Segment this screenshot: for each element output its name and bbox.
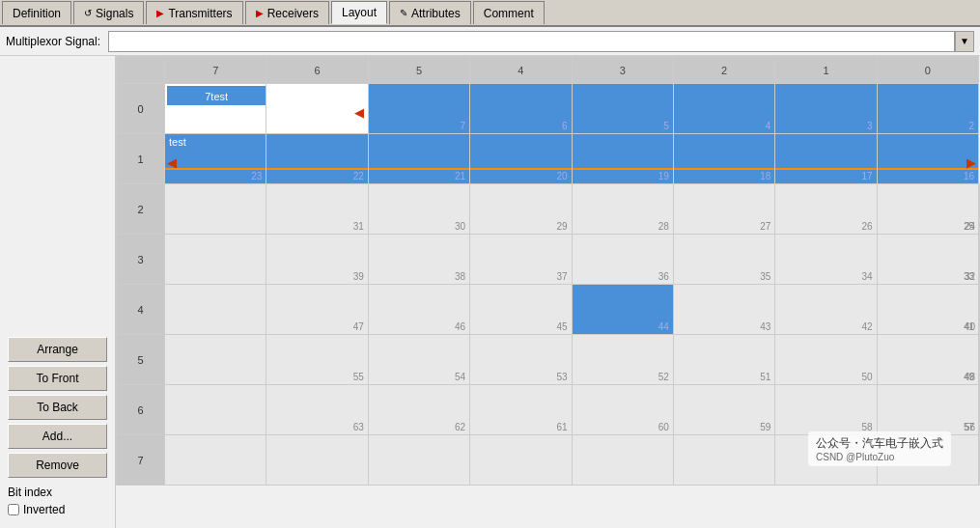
orange-line bbox=[573, 168, 673, 170]
bit-cell[interactable]: ◀ bbox=[266, 84, 368, 134]
bit-cell[interactable] bbox=[572, 435, 673, 486]
tab-attributes[interactable]: ✎ Attributes bbox=[389, 1, 471, 24]
bit-cell[interactable]: 50 bbox=[775, 335, 877, 385]
bit-cell[interactable] bbox=[368, 435, 469, 486]
orange-line bbox=[878, 168, 978, 170]
inverted-checkbox[interactable] bbox=[8, 504, 19, 515]
bit-cell[interactable]: 5 bbox=[572, 84, 673, 134]
remove-button[interactable]: Remove bbox=[8, 453, 107, 478]
to-front-button[interactable]: To Front bbox=[8, 366, 107, 391]
bit-cell[interactable] bbox=[979, 435, 980, 486]
bit-cell[interactable] bbox=[165, 385, 266, 435]
bit-cell[interactable]: 24 bbox=[979, 184, 980, 235]
bit-cell[interactable]: 51 bbox=[673, 335, 774, 385]
bit-cell[interactable]: 63 bbox=[266, 385, 368, 435]
bit-cell[interactable]: 37 bbox=[470, 235, 572, 285]
bit-cell[interactable] bbox=[165, 435, 266, 486]
table-row: 4 47 46 45 44 43 42 41 40 bbox=[117, 285, 980, 335]
mux-input[interactable]: -- No Multiplexor -- bbox=[108, 31, 955, 52]
bit-cell[interactable] bbox=[266, 435, 368, 486]
bit-cell[interactable]: 55 bbox=[266, 335, 368, 385]
bit-cell[interactable]: 39 bbox=[266, 235, 368, 285]
bit-num: 5 bbox=[663, 121, 669, 131]
bit-cell[interactable]: 33 bbox=[877, 235, 978, 285]
bit-cell[interactable]: 54 bbox=[368, 335, 469, 385]
bit-cell[interactable] bbox=[165, 235, 266, 285]
bit-cell[interactable] bbox=[673, 435, 774, 486]
bit-cell[interactable] bbox=[775, 435, 877, 486]
bit-cell[interactable]: 40 bbox=[979, 285, 980, 335]
add-button[interactable]: Add... bbox=[8, 424, 107, 449]
bit-cell[interactable]: 58 bbox=[775, 385, 877, 435]
bit-cell[interactable] bbox=[470, 435, 572, 486]
bit-cell[interactable]: test ◀ 23 bbox=[165, 134, 266, 184]
bit-cell[interactable]: 21 bbox=[368, 134, 469, 184]
bit-cell[interactable] bbox=[165, 335, 266, 385]
bit-cell[interactable]: 20 bbox=[470, 134, 572, 184]
bit-cell[interactable]: ▶ 16 bbox=[877, 134, 978, 184]
bit-cell[interactable]: 56 bbox=[979, 385, 980, 435]
bit-cell[interactable]: 34 bbox=[775, 235, 877, 285]
bit-cell[interactable]: 57 bbox=[877, 385, 978, 435]
tab-layout[interactable]: Layout bbox=[331, 1, 387, 24]
bit-num: 18 bbox=[760, 171, 770, 181]
bit-cell[interactable]: 42 bbox=[775, 285, 877, 335]
bit-cell[interactable] bbox=[165, 184, 266, 235]
tab-receivers[interactable]: ▶ Receivers bbox=[245, 1, 329, 24]
bit-cell[interactable]: 22 bbox=[266, 134, 368, 184]
bit-cell[interactable]: 35 bbox=[673, 235, 774, 285]
bit-cell[interactable]: 18 bbox=[673, 134, 774, 184]
bit-cell[interactable]: 27 bbox=[673, 184, 774, 235]
arrange-button[interactable]: Arrange bbox=[8, 337, 107, 362]
bit-cell[interactable]: 7test bbox=[165, 84, 266, 134]
bit-cell[interactable]: 53 bbox=[470, 335, 572, 385]
bit-cell[interactable]: 31 bbox=[266, 184, 368, 235]
bit-cell[interactable]: 52 bbox=[572, 335, 673, 385]
bit-cell[interactable]: 44 bbox=[572, 285, 673, 335]
bit-cell[interactable]: 62 bbox=[368, 385, 469, 435]
bit-num: 40 bbox=[965, 321, 975, 332]
tab-definition[interactable]: Definition bbox=[2, 1, 71, 24]
bit-cell[interactable]: 32 bbox=[979, 235, 980, 285]
bit-cell[interactable]: 46 bbox=[368, 285, 469, 335]
orange-line bbox=[674, 168, 774, 170]
bit-cell[interactable]: 25 bbox=[877, 184, 978, 235]
grid-area[interactable]: 7 6 5 4 3 2 1 0 0 bbox=[116, 56, 980, 528]
bit-cell[interactable]: 28 bbox=[572, 184, 673, 235]
bit-num: 59 bbox=[760, 422, 770, 432]
bit-cell[interactable]: 4 bbox=[673, 84, 774, 134]
bit-cell[interactable]: 3 bbox=[775, 84, 877, 134]
bit-num: 45 bbox=[556, 321, 567, 332]
orange-line bbox=[470, 168, 571, 170]
mux-dropdown-arrow[interactable]: ▼ bbox=[955, 31, 974, 52]
bit-cell[interactable]: 48 bbox=[979, 335, 980, 385]
bit-cell[interactable]: 47 bbox=[266, 285, 368, 335]
bit-cell[interactable]: 60 bbox=[572, 385, 673, 435]
bit-cell[interactable]: 19 bbox=[572, 134, 673, 184]
main-area: Arrange To Front To Back Add... Remove B… bbox=[0, 56, 980, 528]
tab-transmitters[interactable]: ▶ Transmitters bbox=[146, 1, 242, 24]
to-back-button[interactable]: To Back bbox=[8, 395, 107, 420]
bit-cell[interactable]: 26 bbox=[775, 184, 877, 235]
row-header-1: 1 bbox=[117, 134, 165, 184]
bit-num: 50 bbox=[862, 372, 873, 382]
bit-cell[interactable]: 6 bbox=[470, 84, 572, 134]
bit-cell[interactable]: 30 bbox=[368, 184, 469, 235]
tab-signals[interactable]: ↺ Signals bbox=[73, 1, 144, 24]
bit-cell[interactable] bbox=[877, 435, 978, 486]
bit-cell[interactable]: 45 bbox=[470, 285, 572, 335]
bit-cell[interactable]: 38 bbox=[368, 235, 469, 285]
bit-cell[interactable]: 59 bbox=[673, 385, 774, 435]
bit-cell[interactable]: 49 bbox=[877, 335, 978, 385]
bit-cell[interactable] bbox=[165, 285, 266, 335]
bit-cell[interactable]: 36 bbox=[572, 235, 673, 285]
bit-cell[interactable]: 61 bbox=[470, 385, 572, 435]
bit-cell[interactable]: 43 bbox=[673, 285, 774, 335]
bit-cell[interactable]: 41 bbox=[877, 285, 978, 335]
bit-cell[interactable]: 7 bbox=[368, 84, 469, 134]
bit-cell[interactable]: 17 bbox=[775, 134, 877, 184]
bit-cell[interactable]: 2 bbox=[877, 84, 978, 134]
bit-num: 31 bbox=[353, 221, 364, 232]
bit-cell[interactable]: 29 bbox=[470, 184, 572, 235]
tab-comment[interactable]: Comment bbox=[473, 1, 545, 24]
